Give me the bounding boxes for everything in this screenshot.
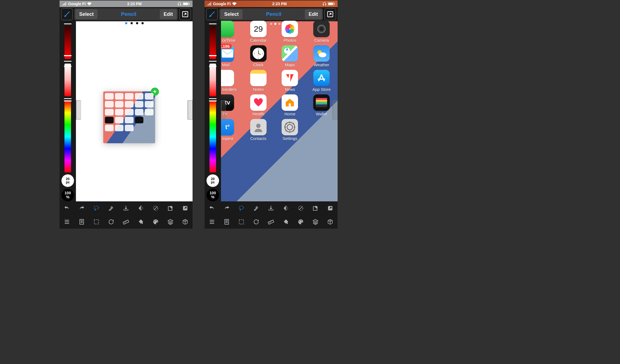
- marquee-button[interactable]: [238, 218, 245, 226]
- marquee-button[interactable]: [93, 218, 100, 226]
- tool-mode-bar: Select Pencil Edit: [74, 8, 178, 20]
- edit-button[interactable]: Edit: [160, 9, 177, 19]
- app-icon-news: [282, 70, 298, 86]
- edit-layer-button[interactable]: [312, 204, 319, 212]
- lasso-button[interactable]: [238, 204, 245, 212]
- svg-rect-41: [316, 102, 327, 104]
- app-label: Photos: [284, 38, 296, 43]
- reload-button[interactable]: [107, 218, 115, 226]
- fill-button[interactable]: [137, 218, 145, 226]
- menu-button[interactable]: [208, 218, 216, 226]
- signal-icon: [62, 2, 67, 5]
- palette-button[interactable]: [152, 218, 160, 226]
- layers-button[interactable]: [167, 218, 174, 226]
- tool-title[interactable]: Pencil: [244, 11, 304, 17]
- reload-button[interactable]: [252, 218, 260, 226]
- eyedropper-button[interactable]: [252, 204, 260, 212]
- app-label: Settings: [282, 136, 297, 141]
- panel-grip-right[interactable]: [333, 100, 338, 120]
- import-button[interactable]: [122, 204, 130, 212]
- app-icon-settings: [282, 119, 298, 135]
- deselect-button[interactable]: [152, 204, 160, 212]
- svg-rect-52: [239, 220, 244, 224]
- saturation-slider[interactable]: [64, 64, 71, 96]
- app-icon-notes: [250, 70, 267, 86]
- page-dot[interactable]: [136, 22, 138, 24]
- app-icon-weather: [313, 45, 330, 62]
- page-dots: [125, 22, 144, 24]
- flip-button[interactable]: [137, 204, 145, 212]
- flip-button[interactable]: [282, 204, 290, 212]
- menu-button[interactable]: [63, 218, 71, 226]
- 3d-button[interactable]: [181, 218, 189, 226]
- select-button[interactable]: Select: [75, 9, 98, 19]
- svg-text:9: 9: [254, 53, 255, 54]
- select-button[interactable]: Select: [220, 9, 243, 19]
- page-dot[interactable]: [131, 22, 133, 24]
- slider-divider: [209, 98, 217, 99]
- eyedropper-button[interactable]: [107, 204, 115, 212]
- fill-button[interactable]: [282, 218, 290, 226]
- redo-button[interactable]: [223, 204, 231, 212]
- bottom-toolbar-row2: [60, 215, 193, 229]
- brush-size-unit: px: [211, 181, 215, 184]
- fullscreen-button[interactable]: [179, 8, 191, 20]
- panel-grip-left[interactable]: [221, 100, 226, 120]
- brightness-slider[interactable]: [64, 26, 71, 59]
- svg-point-54: [299, 221, 300, 222]
- opacity-badge[interactable]: 100 %: [61, 189, 74, 201]
- redo-button[interactable]: [78, 204, 85, 212]
- page-dot[interactable]: [125, 22, 127, 24]
- brightness-slider[interactable]: [209, 26, 216, 59]
- saturation-slider[interactable]: [209, 64, 216, 96]
- ruler-button[interactable]: [122, 218, 130, 226]
- app-icon-photos: [282, 21, 298, 37]
- deselect-button[interactable]: [297, 204, 305, 212]
- app-icon-clock: 12369: [250, 45, 267, 62]
- app-cell: Health: [246, 94, 271, 116]
- status-time: 2:23 PM: [272, 2, 287, 6]
- palette-button[interactable]: [297, 218, 305, 226]
- app-cell: Wallet: [309, 94, 334, 116]
- app-grid: ceTime29CalendarPhotosCamera2,196Mail123…: [221, 21, 338, 141]
- share-button[interactable]: [326, 204, 334, 212]
- reference-button[interactable]: [223, 218, 231, 226]
- undo-button[interactable]: [63, 204, 71, 212]
- lasso-button[interactable]: [93, 204, 100, 212]
- panel-grip-right[interactable]: [188, 100, 193, 120]
- fullscreen-button[interactable]: [324, 8, 336, 20]
- hue-slider[interactable]: [64, 101, 71, 172]
- workspace: 20 px 100 % ceTime29Cal: [205, 21, 338, 201]
- panel-grip-left[interactable]: [76, 100, 81, 120]
- page-dot[interactable]: [141, 22, 144, 24]
- drawing-canvas[interactable]: ceTime29CalendarPhotosCamera2,196Mail123…: [221, 21, 338, 201]
- brush-size-badge[interactable]: 20 px: [206, 174, 219, 187]
- brush-size-badge[interactable]: 20 px: [61, 174, 74, 187]
- import-button[interactable]: [267, 204, 275, 212]
- status-bar: Google Fi 2:23 PM: [205, 1, 338, 7]
- share-button[interactable]: [181, 204, 189, 212]
- app-cell: Settings: [278, 119, 302, 141]
- layers-button[interactable]: [312, 218, 319, 226]
- pasted-image-preview[interactable]: +: [103, 91, 155, 143]
- tool-title[interactable]: Pencil: [99, 11, 159, 17]
- edit-layer-button[interactable]: [167, 204, 174, 212]
- ruler-button[interactable]: [267, 218, 275, 226]
- svg-rect-29: [222, 49, 233, 58]
- brush-tool-button[interactable]: [206, 8, 218, 20]
- svg-rect-39: [316, 98, 327, 100]
- svg-point-12: [155, 220, 155, 221]
- edit-button[interactable]: Edit: [305, 9, 322, 19]
- opacity-badge[interactable]: 100 %: [206, 189, 219, 201]
- undo-button[interactable]: [208, 204, 216, 212]
- brush-size-unit: px: [66, 181, 70, 184]
- app-label: Camera: [314, 38, 329, 43]
- 3d-button[interactable]: [326, 218, 334, 226]
- svg-text:12: 12: [258, 48, 259, 50]
- drawing-canvas[interactable]: +: [76, 21, 193, 201]
- opacity-unit: %: [211, 195, 214, 199]
- brush-tool-button[interactable]: [61, 8, 73, 20]
- hue-slider[interactable]: [209, 101, 216, 172]
- reference-button[interactable]: [78, 218, 85, 226]
- svg-rect-53: [268, 220, 274, 224]
